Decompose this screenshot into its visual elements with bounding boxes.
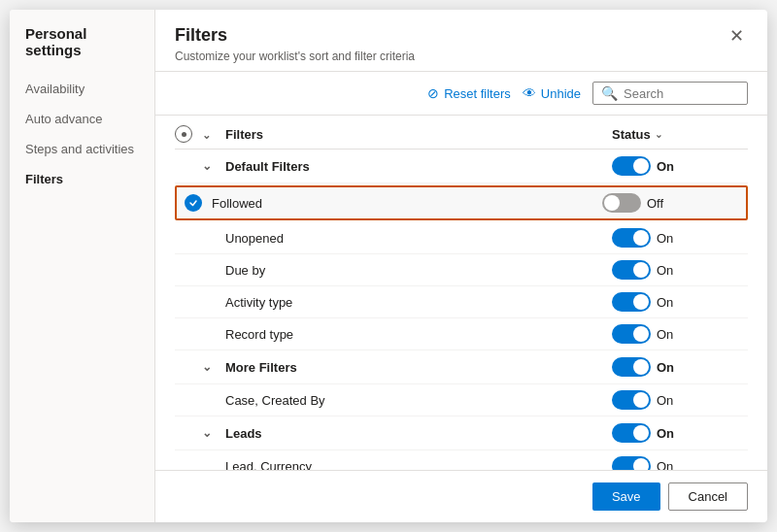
- row-status: On: [612, 423, 748, 443]
- toggle-label-activity-type: On: [657, 295, 673, 310]
- sort-icon: ⌄: [655, 129, 662, 140]
- table-header: ⌄ Filters Status ⌄: [175, 116, 748, 150]
- toggle-label-lead-currency: On: [657, 459, 673, 471]
- row-record-type[interactable]: Record type On: [175, 318, 748, 350]
- col-filters-header: Filters: [225, 127, 612, 142]
- sidebar-item-steps-activities[interactable]: Steps and activities: [10, 134, 154, 164]
- sidebar-item-availability[interactable]: Availability: [10, 74, 154, 104]
- row-status: On: [612, 357, 748, 377]
- toggle-case-created-by[interactable]: [612, 390, 651, 410]
- row-status: On: [612, 260, 748, 280]
- col-status-header: Status ⌄: [612, 127, 748, 142]
- toggle-more-filters[interactable]: [612, 357, 651, 377]
- row-leads[interactable]: ⌄ Leads On: [175, 416, 748, 450]
- expand-icon-leads[interactable]: ⌄: [202, 426, 225, 440]
- row-name: Record type: [225, 327, 612, 342]
- toggle-followed[interactable]: [602, 193, 641, 213]
- check-indicator: [185, 194, 212, 212]
- reset-filters-button[interactable]: ⊘ Reset filters: [427, 85, 511, 101]
- row-activity-type[interactable]: Activity type On: [175, 286, 748, 318]
- sidebar: Personal settings AvailabilityAuto advan…: [10, 10, 155, 522]
- dialog-subtitle: Customize your worklist's sort and filte…: [175, 50, 415, 63]
- row-lead-currency[interactable]: Lead, Currency On: [175, 450, 748, 470]
- toggle-lead-currency[interactable]: [612, 456, 651, 470]
- unhide-button[interactable]: 👁 Unhide: [523, 85, 581, 101]
- row-name: Leads: [225, 426, 612, 441]
- row-name: Case, Created By: [225, 393, 612, 408]
- dialog-header: Filters Customize your worklist's sort a…: [155, 10, 767, 72]
- search-icon: 🔍: [601, 85, 618, 101]
- row-name: Unopened: [225, 231, 612, 246]
- dialog-title: Filters: [175, 25, 415, 46]
- toggle-activity-type[interactable]: [612, 292, 651, 312]
- toggle-label-leads: On: [657, 426, 674, 441]
- toggle-leads[interactable]: [612, 423, 651, 443]
- toggle-due-by[interactable]: [612, 260, 651, 280]
- expand-col-icon: ⌄: [202, 129, 211, 141]
- row-status: Off: [602, 193, 738, 213]
- main-content: Filters Customize your worklist's sort a…: [155, 10, 767, 522]
- row-more-filters[interactable]: ⌄ More Filters On: [175, 350, 748, 384]
- content-area: ⌄ Filters Status ⌄ ⌄ Default Filters On: [155, 116, 767, 470]
- row-default-filters[interactable]: ⌄ Default Filters On: [175, 150, 748, 183]
- save-button[interactable]: Save: [592, 482, 660, 511]
- row-unopened[interactable]: Unopened On: [175, 222, 748, 254]
- row-name: Lead, Currency: [225, 459, 612, 471]
- toggle-label-unopened: On: [657, 231, 673, 246]
- toggle-label-case-created-by: On: [657, 393, 673, 408]
- search-input[interactable]: [624, 86, 739, 101]
- row-name: Followed: [212, 196, 602, 211]
- toggle-default-filters[interactable]: [612, 156, 651, 176]
- checked-circle: [185, 194, 202, 212]
- toggle-unopened[interactable]: [612, 228, 651, 248]
- row-name: Default Filters: [225, 159, 612, 174]
- row-followed[interactable]: Followed Off: [175, 185, 748, 220]
- row-status: On: [612, 324, 748, 344]
- toggle-label-default-filters: On: [657, 159, 674, 174]
- row-status: On: [612, 456, 748, 470]
- toggle-label-more-filters: On: [657, 360, 674, 375]
- toggle-label-followed: Off: [647, 196, 663, 211]
- row-name: Activity type: [225, 295, 612, 310]
- toolbar: ⊘ Reset filters 👁 Unhide 🔍: [155, 72, 767, 116]
- sidebar-item-filters[interactable]: Filters: [10, 164, 154, 194]
- reset-filters-icon: ⊘: [427, 85, 439, 101]
- dialog: Personal settings AvailabilityAuto advan…: [10, 10, 767, 522]
- toggle-record-type[interactable]: [612, 324, 651, 344]
- expand-icon-more-filters[interactable]: ⌄: [202, 360, 225, 374]
- header-circle-icon: [175, 125, 192, 143]
- sidebar-title: Personal settings: [10, 25, 154, 74]
- close-button[interactable]: ✕: [726, 25, 748, 47]
- unhide-icon: 👁: [523, 85, 536, 101]
- row-status: On: [612, 156, 748, 176]
- search-box: 🔍: [592, 82, 748, 105]
- row-status: On: [612, 292, 748, 312]
- dialog-footer: Save Cancel: [155, 470, 767, 522]
- row-case-created-by[interactable]: Case, Created By On: [175, 384, 748, 416]
- sidebar-item-auto-advance[interactable]: Auto advance: [10, 104, 154, 134]
- row-name: More Filters: [225, 360, 612, 375]
- cancel-button[interactable]: Cancel: [668, 482, 748, 511]
- row-status: On: [612, 228, 748, 248]
- row-due-by[interactable]: Due by On: [175, 254, 748, 286]
- expand-icon-default-filters[interactable]: ⌄: [202, 159, 225, 173]
- toggle-label-record-type: On: [657, 327, 673, 342]
- toggle-label-due-by: On: [657, 263, 673, 278]
- row-name: Due by: [225, 263, 612, 278]
- row-status: On: [612, 390, 748, 410]
